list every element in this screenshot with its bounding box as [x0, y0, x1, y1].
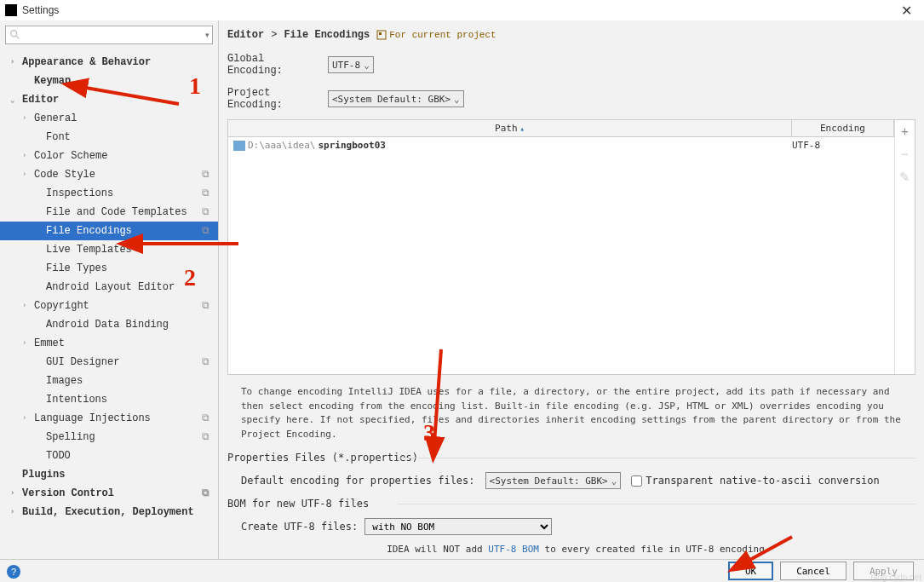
sidebar-item-label: TODO — [46, 450, 71, 462]
project-encoding-label: Project Encoding: — [227, 87, 321, 111]
svg-line-7 — [745, 537, 792, 562]
sidebar-item-code-style[interactable]: ›Code Style⧉ — [0, 165, 218, 184]
sidebar-item-plugins[interactable]: Plugins — [0, 465, 218, 484]
sidebar-item-version-control[interactable]: ›Version Control⧉ — [0, 484, 218, 503]
project-scope-icon: ⧉ — [202, 412, 209, 424]
project-icon — [376, 30, 387, 40]
help-text: To change encoding IntelliJ IDEA uses fo… — [227, 378, 924, 448]
project-scope-icon: ⧉ — [202, 206, 209, 218]
project-scope-icon: ⧉ — [202, 169, 209, 181]
sidebar-item-label: Code Style — [34, 169, 95, 181]
sidebar-item-spelling[interactable]: Spelling⧉ — [0, 428, 218, 447]
tree-arrow-icon: › — [10, 508, 19, 516]
global-encoding-label: Global Encoding: — [227, 53, 321, 77]
watermark: blog.csdn.net — [871, 573, 922, 582]
help-icon[interactable]: ? — [7, 565, 20, 579]
sidebar-item-label: Keymap — [34, 75, 71, 87]
svg-point-0 — [11, 31, 17, 37]
breadcrumb: Editor > File Encodings For current proj… — [227, 27, 924, 48]
default-encoding-properties-label: Default encoding for properties files: — [241, 475, 475, 487]
table-row[interactable]: D:\aaa\idea\springboot03UTF-8 — [228, 137, 894, 153]
sidebar-item-label: Font — [46, 131, 71, 143]
sidebar-item-label: Live Templates — [46, 244, 132, 256]
breadcrumb-separator: > — [271, 29, 277, 41]
sidebar-item-label: Version Control — [22, 487, 114, 499]
utf8-bom-link[interactable]: UTF-8 BOM — [488, 544, 539, 555]
sidebar-item-file-and-code-templates[interactable]: File and Code Templates⧉ — [0, 203, 218, 222]
sidebar-item-label: Color Scheme — [34, 150, 107, 162]
svg-line-1 — [16, 36, 20, 39]
for-current-project-label: For current project — [376, 30, 496, 40]
project-scope-icon: ⧉ — [202, 300, 209, 312]
sidebar-item-intentions[interactable]: Intentions — [0, 390, 218, 409]
search-input[interactable] — [21, 29, 209, 41]
sidebar-item-images[interactable]: Images — [0, 372, 218, 390]
tree-arrow-icon: › — [22, 302, 31, 310]
sidebar-item-label: Intentions — [46, 394, 107, 406]
transparent-native-to-ascii-label: Transparent native-to-ascii conversion — [646, 475, 880, 487]
sidebar-item-label: Language Injections — [34, 412, 151, 424]
create-utf8-select[interactable]: with NO BOM — [364, 518, 552, 535]
edit-icon[interactable]: ✎ — [899, 170, 910, 185]
project-encoding-select[interactable]: <System Default: GBK> — [328, 90, 464, 107]
tree-arrow-icon: › — [22, 339, 31, 348]
sidebar-item-label: Android Layout Editor — [46, 281, 175, 293]
tree-arrow-icon: › — [22, 114, 31, 123]
default-encoding-properties-select[interactable]: <System Default: GBK> — [485, 472, 622, 489]
close-icon[interactable]: ✕ — [894, 3, 919, 19]
bom-info-text: IDEA will NOT add UTF-8 BOM to every cre… — [227, 540, 924, 558]
folder-icon — [233, 141, 245, 151]
sidebar-item-label: Editor — [22, 94, 59, 106]
sidebar-item-android-layout-editor[interactable]: Android Layout Editor — [0, 278, 218, 297]
breadcrumb-editor[interactable]: Editor — [227, 29, 264, 41]
content-area: Editor > File Encodings For current proj… — [219, 20, 924, 559]
sidebar-item-label: Plugins — [22, 469, 65, 481]
search-input-wrapper[interactable]: ▾ — [5, 26, 213, 44]
sidebar-item-label: Build, Execution, Deployment — [22, 506, 194, 518]
sidebar-item-todo[interactable]: TODO — [0, 447, 218, 465]
sidebar-item-label: File Types — [46, 262, 107, 274]
sidebar-item-appearance-behavior[interactable]: ›Appearance & Behavior — [0, 53, 218, 72]
table-body: D:\aaa\idea\springboot03UTF-8 — [228, 137, 894, 374]
sidebar-item-android-data-binding[interactable]: Android Data Binding — [0, 315, 218, 334]
sidebar-item-build-execution-deployment[interactable]: ›Build, Execution, Deployment — [0, 503, 218, 521]
project-scope-icon: ⧉ — [202, 487, 209, 499]
svg-line-6 — [434, 349, 441, 443]
sidebar-item-font[interactable]: Font — [0, 128, 218, 147]
sidebar-item-label: General — [34, 112, 77, 124]
svg-rect-3 — [379, 32, 382, 35]
sidebar-item-file-types[interactable]: File Types — [0, 259, 218, 278]
column-header-path[interactable]: Path▴ — [228, 120, 792, 136]
global-encoding-select[interactable]: UTF-8 — [328, 56, 374, 73]
tree-arrow-icon: › — [10, 58, 19, 66]
sidebar-item-label: Images — [46, 375, 83, 387]
sidebar-item-label: Android Data Binding — [46, 319, 169, 331]
sidebar-item-label: Inspections — [46, 187, 113, 199]
sidebar-item-gui-designer[interactable]: GUI Designer⧉ — [0, 353, 218, 372]
remove-icon[interactable]: − — [901, 147, 909, 161]
properties-section-label: Properties Files (*.properties) — [227, 448, 924, 467]
search-history-dropdown-icon[interactable]: ▾ — [205, 31, 209, 39]
transparent-native-to-ascii-checkbox[interactable] — [631, 475, 642, 487]
tree-arrow-icon: › — [22, 170, 31, 179]
sidebar-item-color-scheme[interactable]: ›Color Scheme — [0, 147, 218, 165]
titlebar: Settings ✕ — [0, 0, 924, 20]
sidebar-item-copyright[interactable]: ›Copyright⧉ — [0, 297, 218, 315]
add-icon[interactable]: + — [901, 124, 909, 138]
create-utf8-label: Create UTF-8 files: — [241, 521, 358, 533]
sidebar-item-inspections[interactable]: Inspections⧉ — [0, 184, 218, 203]
column-header-encoding[interactable]: Encoding — [792, 120, 894, 136]
sidebar-item-emmet[interactable]: ›Emmet — [0, 334, 218, 353]
row-encoding[interactable]: UTF-8 — [792, 140, 889, 151]
tree-arrow-icon: › — [22, 414, 31, 423]
sidebar-item-label: File Encodings — [46, 225, 132, 237]
search-icon — [9, 29, 21, 41]
bom-section-label: BOM for new UTF-8 files — [227, 494, 924, 513]
project-scope-icon: ⧉ — [202, 431, 209, 443]
breadcrumb-file-encodings: File Encodings — [284, 29, 370, 41]
app-icon — [5, 4, 17, 16]
sidebar-item-language-injections[interactable]: ›Language Injections⧉ — [0, 409, 218, 428]
settings-tree: ›Appearance & BehaviorKeymap⌄Editor›Gene… — [0, 49, 218, 559]
sidebar-item-label: GUI Designer — [46, 356, 119, 368]
sidebar-item-label: File and Code Templates — [46, 206, 187, 218]
